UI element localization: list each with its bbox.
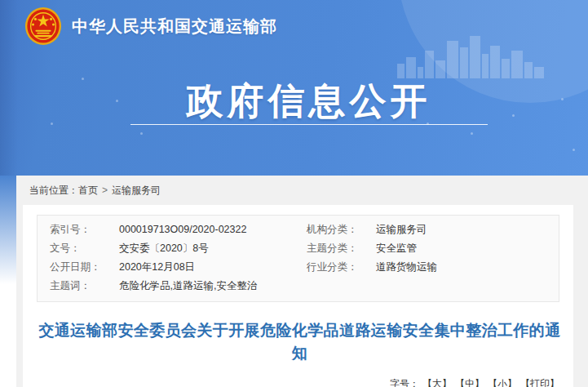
decorative-dot (573, 149, 575, 151)
breadcrumb-prefix: 当前位置： (29, 185, 78, 196)
document-panel: 索引号： 000019713O09/2020-02322 机构分类： 运输服务司… (23, 205, 573, 387)
document-title: 交通运输部安全委员会关于开展危险化学品道路运输安全集中整治工作的通知 (37, 319, 563, 365)
meta-label-index: 索引号： (50, 220, 119, 239)
decorative-dot (471, 132, 473, 135)
fontsize-label: 字号： (390, 378, 419, 387)
table-row: 索引号： 000019713O09/2020-02322 机构分类： 运输服务司 (38, 220, 559, 239)
breadcrumb-current-link[interactable]: 运输服务司 (112, 185, 161, 196)
meta-value-topic-category: 安全监管 (376, 239, 559, 258)
meta-value-doc-number: 交安委〔2020〕8号 (119, 239, 307, 258)
table-row: 公开日期： 2020年12月08日 行业分类： 道路货物运输 (38, 258, 559, 277)
meta-value-keywords: 危险化学品,道路运输,安全整治 (119, 277, 307, 296)
meta-value-org-category: 运输服务司 (376, 220, 559, 239)
meta-label-doc-number: 文号： (50, 239, 119, 258)
fontsize-toolbar: 字号：【大】【中】【小】【打印】 (37, 377, 559, 387)
meta-value-industry-category: 道路货物运输 (376, 258, 559, 277)
city-skyline-graphic (397, 36, 559, 78)
meta-value-index: 000019713O09/2020-02322 (119, 220, 307, 239)
national-emblem-icon (24, 7, 62, 46)
left-gradient-strip (0, 176, 16, 290)
document-meta-table: 索引号： 000019713O09/2020-02322 机构分类： 运输服务司… (37, 215, 559, 302)
meta-label-publish-date: 公开日期： (50, 258, 119, 277)
breadcrumb-separator: > (102, 185, 108, 196)
meta-label-keywords: 主题词： (50, 277, 119, 296)
meta-label-industry-category: 行业分类： (307, 258, 376, 277)
banner: 中华人民共和国交通运输部 政府信息公开 (0, 0, 588, 176)
breadcrumb-home-link[interactable]: 首页 (78, 185, 98, 196)
content-area: 当前位置：首页>运输服务司 索引号： 000019713O09/2020-023… (16, 176, 588, 387)
meta-value-empty (376, 277, 559, 296)
meta-value-publish-date: 2020年12月08日 (119, 258, 307, 277)
meta-label-empty (307, 277, 376, 296)
breadcrumb: 当前位置：首页>运输服务司 (16, 176, 588, 205)
site-header: 中华人民共和国交通运输部 (24, 7, 277, 46)
site-title[interactable]: 中华人民共和国交通运输部 (72, 16, 277, 38)
page-title: 政府信息公开 (187, 80, 431, 122)
fontsize-large-button[interactable]: 【大】 (422, 378, 452, 387)
headline-underline (130, 124, 488, 125)
decorative-dot (140, 132, 143, 135)
fontsize-medium-button[interactable]: 【中】 (455, 378, 484, 387)
table-row: 主题词： 危险化学品,道路运输,安全整治 (38, 277, 559, 296)
meta-label-topic-category: 主题分类： (307, 239, 376, 258)
table-row: 文号： 交安委〔2020〕8号 主题分类： 安全监管 (38, 239, 559, 258)
fontsize-small-button[interactable]: 【小】 (488, 378, 517, 387)
meta-label-org-category: 机构分类： (307, 220, 376, 239)
print-button[interactable]: 【打印】 (520, 378, 559, 387)
